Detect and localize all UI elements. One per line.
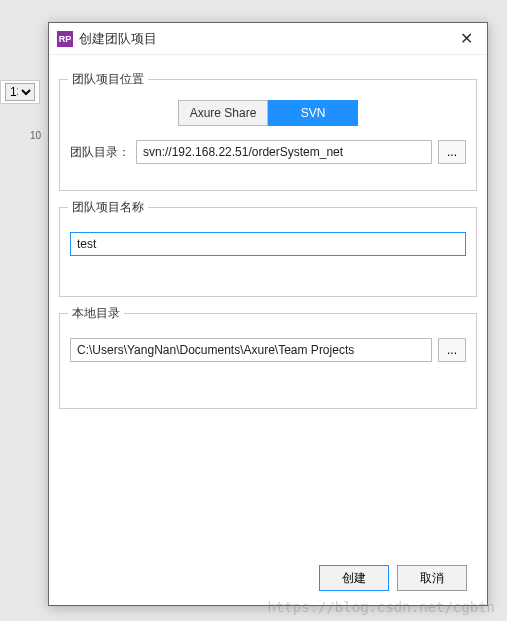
create-button[interactable]: 创建 [319,565,389,591]
group-location-legend: 团队项目位置 [68,71,148,88]
zoom-dropdown[interactable]: 13 [5,83,35,101]
dialog-footer: 创建 取消 [59,557,477,599]
group-local-dir: 本地目录 ... [59,313,477,409]
location-tabbar: Axure Share SVN [70,100,466,126]
tab-svn[interactable]: SVN [268,100,358,126]
cancel-button[interactable]: 取消 [397,565,467,591]
create-team-project-dialog: RP 创建团队项目 ✕ 团队项目位置 Axure Share SVN 团队目录：… [48,22,488,606]
group-team-location: 团队项目位置 Axure Share SVN 团队目录： ... [59,79,477,191]
team-dir-label: 团队目录： [70,144,130,161]
tab-axure-share[interactable]: Axure Share [178,100,268,126]
local-dir-input[interactable] [70,338,432,362]
local-dir-row: ... [70,338,466,362]
group-local-legend: 本地目录 [68,305,124,322]
team-name-input[interactable] [70,232,466,256]
team-dir-browse-button[interactable]: ... [438,140,466,164]
app-icon: RP [57,31,73,47]
local-dir-browse-button[interactable]: ... [438,338,466,362]
group-team-name: 团队项目名称 [59,207,477,297]
bg-zoom-select: 13 [0,80,40,104]
dialog-title: 创建团队项目 [79,30,454,48]
ruler-mark: 10 [30,130,41,141]
dialog-body: 团队项目位置 Axure Share SVN 团队目录： ... 团队项目名称 … [49,55,487,605]
team-dir-input[interactable] [136,140,432,164]
group-name-legend: 团队项目名称 [68,199,148,216]
team-name-row [70,232,466,256]
team-dir-row: 团队目录： ... [70,140,466,164]
close-icon[interactable]: ✕ [454,27,479,50]
titlebar: RP 创建团队项目 ✕ [49,23,487,55]
